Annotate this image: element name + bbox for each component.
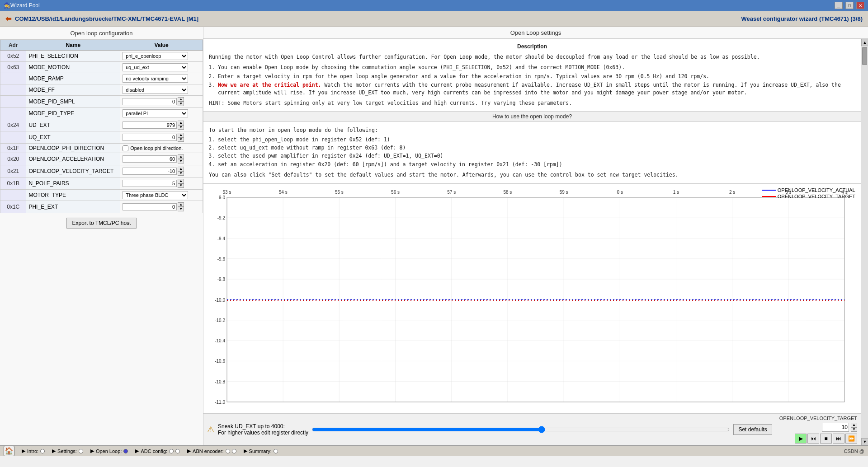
cell-value[interactable]: parallel PI <box>120 108 203 119</box>
nav-dot-abn2[interactable] <box>232 449 236 453</box>
cell-adr <box>0 96 26 108</box>
nav-dot-abn[interactable] <box>226 449 230 453</box>
fastfwd-button[interactable]: ⏩ <box>845 434 857 444</box>
value-select[interactable]: uq_ud_ext <box>123 63 188 71</box>
spinbox-buttons[interactable]: ▲▼ <box>178 179 184 188</box>
cell-value[interactable]: ▲▼ <box>120 131 203 144</box>
spinbox-buttons[interactable]: ▲▼ <box>178 133 184 142</box>
cell-value[interactable]: ▲▼ <box>120 177 203 190</box>
cell-value[interactable]: ▲▼ <box>120 119 203 131</box>
value-input[interactable] <box>123 203 177 210</box>
nav-dot-summary[interactable] <box>274 449 278 453</box>
spin-down[interactable]: ▼ <box>178 102 184 106</box>
velocity-spinbox[interactable]: ▲ ▼ <box>851 423 857 432</box>
scroll-down-arrow[interactable]: ▼ <box>861 438 868 445</box>
cell-value[interactable]: no velocity ramping <box>120 73 203 84</box>
spin-down[interactable]: ▼ <box>178 183 184 188</box>
ud-ext-slider[interactable] <box>312 426 730 433</box>
spin-up[interactable]: ▲ <box>178 121 184 125</box>
nav-intro[interactable]: ▶ Intro: <box>22 448 45 454</box>
spin-up[interactable]: ▲ <box>178 133 184 137</box>
velocity-input[interactable] <box>822 423 849 432</box>
nav-dot-settings[interactable] <box>79 449 83 453</box>
spin-down[interactable]: ▼ <box>178 125 184 130</box>
legend-label-target: OPENLOOP_VELOCITY_TARGET <box>778 194 855 199</box>
spinbox-buttons[interactable]: ▲▼ <box>178 167 184 176</box>
spinbox-buttons[interactable]: ▲▼ <box>178 97 184 106</box>
cell-value[interactable]: ▲▼ <box>120 153 203 165</box>
spinbox-buttons[interactable]: ▲▼ <box>178 154 184 163</box>
nav-adcconfig[interactable]: ▶ ADC config: <box>135 448 180 454</box>
cell-adr: 0x1B <box>0 177 26 190</box>
right-panel: Open Loop settings Description Running t… <box>203 27 868 445</box>
phi-direction-checkbox[interactable] <box>123 145 128 151</box>
nav-openloop[interactable]: ▶ Open Loop: <box>90 448 128 454</box>
nav-dot-intro[interactable] <box>40 449 45 453</box>
scroll-thumb-area[interactable] <box>861 46 868 438</box>
velocity-up-btn[interactable]: ▲ <box>851 423 857 427</box>
value-input[interactable] <box>123 180 177 187</box>
spin-down[interactable]: ▼ <box>178 207 184 211</box>
nav-arrow-adcconfig: ▶ <box>135 448 139 454</box>
next-button[interactable]: ⏭ <box>833 434 844 444</box>
slider-container[interactable] <box>312 426 730 433</box>
col-header-value: Value <box>120 40 203 51</box>
value-input[interactable] <box>123 134 177 141</box>
prev-button[interactable]: ⏮ <box>807 434 819 444</box>
nav-abn[interactable]: ▶ ABN encoder: <box>187 448 236 454</box>
spin-down[interactable]: ▼ <box>178 159 184 163</box>
nav-dot-openloop[interactable] <box>123 449 128 453</box>
cell-name: OPENLOOP_ACCELERATION <box>26 153 120 165</box>
scroll-up-arrow[interactable]: ▲ <box>861 39 868 46</box>
table-row: MODE_PID_TYPEparallel PI <box>0 108 203 119</box>
legend-label-actual: OPENLOOP_VELOCITY_ACTUAL <box>778 187 855 193</box>
nav-settings[interactable]: ▶ Settings: <box>52 448 83 454</box>
legend-color-actual <box>762 190 776 191</box>
spin-down[interactable]: ▼ <box>178 137 184 142</box>
nav-summary[interactable]: ▶ Summary: <box>244 448 278 454</box>
cell-value[interactable]: phi_e_openloop <box>120 51 203 62</box>
maximize-button[interactable]: □ <box>845 2 854 9</box>
close-button[interactable]: ✕ <box>856 2 864 9</box>
spin-up[interactable]: ▲ <box>178 179 184 183</box>
cell-value[interactable]: ▲▼ <box>120 201 203 213</box>
cell-value[interactable]: Three phase BLDC <box>120 190 203 201</box>
value-input[interactable] <box>123 168 177 175</box>
cell-value[interactable]: Open loop phi direction. <box>120 144 203 153</box>
play-button[interactable]: ▶ <box>795 434 807 444</box>
cell-value[interactable]: ▲▼ <box>120 96 203 108</box>
spin-up[interactable]: ▲ <box>178 97 184 102</box>
stop-button[interactable]: ■ <box>820 434 832 444</box>
spinbox-buttons[interactable]: ▲▼ <box>178 121 184 130</box>
export-button[interactable]: Export to TMCL/PC host <box>66 218 137 229</box>
cell-value[interactable]: disabled <box>120 84 203 96</box>
value-select[interactable]: Three phase BLDC <box>123 191 188 199</box>
value-select[interactable]: phi_e_openloop <box>123 52 188 60</box>
value-select[interactable]: parallel PI <box>123 109 188 117</box>
spin-down[interactable]: ▼ <box>178 171 184 176</box>
cell-adr: 0x1C <box>0 201 26 213</box>
nav-dot-adcconfig2[interactable] <box>175 449 180 453</box>
value-input[interactable] <box>123 121 177 129</box>
velocity-down-btn[interactable]: ▼ <box>851 427 857 432</box>
value-select[interactable]: no velocity ramping <box>123 75 188 83</box>
value-input[interactable] <box>123 98 177 105</box>
cell-name: PHI_E_SELECTION <box>26 51 120 62</box>
checkbox-label[interactable]: Open loop phi direction. <box>123 145 200 151</box>
minimize-button[interactable]: _ <box>835 2 843 9</box>
status-right-text: CSDN @ <box>844 448 864 454</box>
nav-dot-adcconfig[interactable] <box>169 449 174 453</box>
home-button[interactable]: 🏠 <box>4 446 14 456</box>
value-select[interactable]: disabled <box>123 86 188 94</box>
spin-up[interactable]: ▲ <box>178 154 184 159</box>
cell-value[interactable]: uq_ud_ext <box>120 62 203 73</box>
right-scrollbar[interactable]: ▲ ▼ <box>861 39 868 445</box>
value-input[interactable] <box>123 155 177 163</box>
warning-line2: For higher values edit register directly <box>218 430 308 436</box>
spin-up[interactable]: ▲ <box>178 202 184 207</box>
set-defaults-button[interactable]: Set defaults <box>733 424 772 435</box>
cell-value[interactable]: ▲▼ <box>120 165 203 177</box>
spinbox-buttons[interactable]: ▲▼ <box>178 202 184 211</box>
scroll-thumb[interactable] <box>862 47 867 65</box>
spin-up[interactable]: ▲ <box>178 167 184 171</box>
